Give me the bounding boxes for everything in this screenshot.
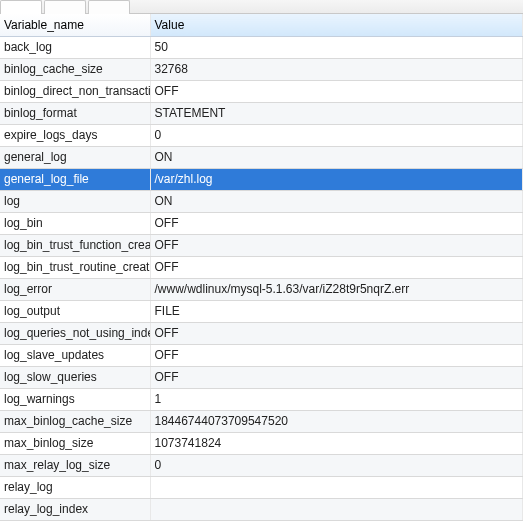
variable-name-cell: relay_log_index	[0, 498, 150, 520]
table-row[interactable]: max_binlog_cache_size1844674407370954752…	[0, 410, 523, 432]
variable-value-cell: 0	[150, 454, 523, 476]
table-row[interactable]: general_log_file/var/zhl.log	[0, 168, 523, 190]
variable-value-cell: 1073741824	[150, 432, 523, 454]
variable-name-cell: log	[0, 190, 150, 212]
table-row[interactable]: binlog_direct_non_transactional_updatesO…	[0, 80, 523, 102]
variable-value-cell: OFF	[150, 212, 523, 234]
variable-value-cell: FILE	[150, 300, 523, 322]
variable-value-cell: 0	[150, 124, 523, 146]
tab[interactable]	[44, 0, 86, 14]
variable-value-cell: ON	[150, 190, 523, 212]
variable-name-cell: max_relay_log_size	[0, 454, 150, 476]
table-row[interactable]: log_slave_updatesOFF	[0, 344, 523, 366]
table-row[interactable]: relay_log_index	[0, 498, 523, 520]
table-row[interactable]: max_binlog_size1073741824	[0, 432, 523, 454]
variable-value-cell: OFF	[150, 366, 523, 388]
table-row[interactable]: log_warnings1	[0, 388, 523, 410]
variable-value-cell	[150, 498, 523, 520]
variable-name-cell: log_slow_queries	[0, 366, 150, 388]
table-row[interactable]: log_bin_trust_function_creatorsOFF	[0, 234, 523, 256]
variable-value-cell: OFF	[150, 256, 523, 278]
variable-name-cell: log_output	[0, 300, 150, 322]
variable-value-cell: 50	[150, 36, 523, 58]
table-row[interactable]: binlog_formatSTATEMENT	[0, 102, 523, 124]
table-row[interactable]: max_relay_log_size0	[0, 454, 523, 476]
table-row[interactable]: back_log50	[0, 36, 523, 58]
variable-name-cell: log_warnings	[0, 388, 150, 410]
table-row[interactable]: log_queries_not_using_indexesOFF	[0, 322, 523, 344]
table-row[interactable]: log_outputFILE	[0, 300, 523, 322]
variable-name-cell: log_slave_updates	[0, 344, 150, 366]
variable-name-cell: max_binlog_size	[0, 432, 150, 454]
variable-value-cell: OFF	[150, 80, 523, 102]
variable-name-cell: binlog_format	[0, 102, 150, 124]
variable-name-cell: general_log_file	[0, 168, 150, 190]
variable-value-cell: STATEMENT	[150, 102, 523, 124]
table-row[interactable]: relay_log	[0, 476, 523, 498]
variable-name-cell: relay_log	[0, 476, 150, 498]
table-row[interactable]: binlog_cache_size32768	[0, 58, 523, 80]
variables-table: Variable_name Value back_log50binlog_cac…	[0, 14, 523, 521]
variable-name-cell: back_log	[0, 36, 150, 58]
table-row[interactable]: logON	[0, 190, 523, 212]
variable-name-cell: log_bin_trust_routine_creators	[0, 256, 150, 278]
table-row[interactable]: general_logON	[0, 146, 523, 168]
table-row[interactable]: expire_logs_days0	[0, 124, 523, 146]
variable-name-cell: log_error	[0, 278, 150, 300]
variable-value-cell: OFF	[150, 234, 523, 256]
variable-value-cell: /www/wdlinux/mysql-5.1.63/var/iZ28t9r5nq…	[150, 278, 523, 300]
variable-name-cell: expire_logs_days	[0, 124, 150, 146]
variable-value-cell	[150, 476, 523, 498]
variable-name-cell: general_log	[0, 146, 150, 168]
variable-name-cell: log_queries_not_using_indexes	[0, 322, 150, 344]
variable-value-cell: 1	[150, 388, 523, 410]
variable-name-cell: binlog_cache_size	[0, 58, 150, 80]
variable-value-cell: OFF	[150, 322, 523, 344]
table-row[interactable]: log_error/www/wdlinux/mysql-5.1.63/var/i…	[0, 278, 523, 300]
variable-value-cell: /var/zhl.log	[150, 168, 523, 190]
tab-strip	[0, 0, 523, 14]
column-header-value[interactable]: Value	[150, 14, 523, 36]
variable-name-cell: log_bin_trust_function_creators	[0, 234, 150, 256]
table-row[interactable]: log_slow_queriesOFF	[0, 366, 523, 388]
tab[interactable]	[88, 0, 130, 14]
column-header-variable-name[interactable]: Variable_name	[0, 14, 150, 36]
variable-value-cell: 32768	[150, 58, 523, 80]
variable-name-cell: binlog_direct_non_transactional_updates	[0, 80, 150, 102]
variable-value-cell: ON	[150, 146, 523, 168]
variable-name-cell: max_binlog_cache_size	[0, 410, 150, 432]
table-row[interactable]: log_binOFF	[0, 212, 523, 234]
variable-value-cell: 18446744073709547520	[150, 410, 523, 432]
tab[interactable]	[0, 0, 42, 14]
table-header-row: Variable_name Value	[0, 14, 523, 36]
table-row[interactable]: log_bin_trust_routine_creatorsOFF	[0, 256, 523, 278]
variable-name-cell: log_bin	[0, 212, 150, 234]
variable-value-cell: OFF	[150, 344, 523, 366]
